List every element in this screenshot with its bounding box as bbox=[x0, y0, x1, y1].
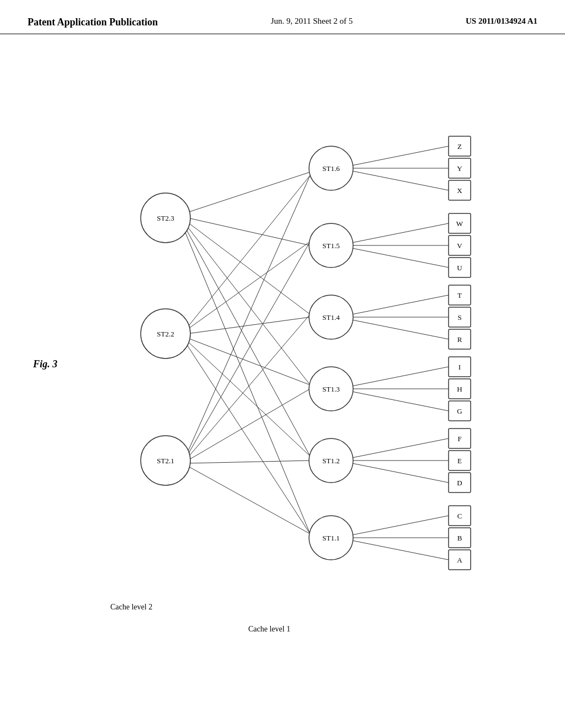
svg-line-18 bbox=[352, 146, 449, 165]
leaf-t: T bbox=[457, 291, 462, 299]
sheet-info: Jun. 9, 2011 Sheet 2 of 5 bbox=[271, 17, 353, 26]
leaf-d: D bbox=[457, 479, 462, 487]
leaf-w: W bbox=[456, 220, 463, 228]
leaf-s: S bbox=[457, 313, 461, 322]
svg-line-30 bbox=[352, 438, 449, 458]
svg-line-35 bbox=[352, 540, 449, 560]
publication-title: Patent Application Publication bbox=[28, 17, 158, 28]
leaf-g: G bbox=[457, 407, 462, 415]
leaf-a: A bbox=[457, 556, 462, 564]
svg-line-6 bbox=[188, 175, 310, 327]
svg-line-4 bbox=[185, 228, 310, 456]
svg-line-24 bbox=[352, 295, 449, 314]
svg-line-27 bbox=[352, 367, 449, 386]
svg-line-29 bbox=[352, 392, 449, 411]
svg-line-23 bbox=[352, 248, 449, 267]
node-st16-label: ST1.6 bbox=[322, 164, 340, 173]
node-st14-label: ST1.4 bbox=[322, 313, 340, 322]
node-st22-label: ST2.2 bbox=[157, 330, 174, 338]
leaf-h: H bbox=[457, 385, 462, 393]
page-header: Patent Application Publication Jun. 9, 2… bbox=[0, 0, 565, 34]
svg-line-14 bbox=[188, 314, 310, 458]
svg-line-8 bbox=[188, 317, 310, 334]
leaf-b: B bbox=[457, 534, 462, 542]
svg-line-20 bbox=[352, 171, 449, 190]
leaf-e: E bbox=[457, 457, 462, 465]
svg-line-16 bbox=[188, 461, 310, 463]
leaf-y: Y bbox=[457, 164, 462, 173]
node-st23-label: ST2.3 bbox=[157, 214, 174, 222]
svg-line-1 bbox=[188, 218, 310, 245]
node-st15-label: ST1.5 bbox=[322, 242, 339, 250]
svg-line-5 bbox=[184, 230, 310, 534]
leaf-v: V bbox=[457, 242, 462, 250]
svg-line-0 bbox=[188, 172, 310, 212]
leaf-c: C bbox=[457, 512, 462, 520]
diagram: ST2.3 ST2.2 ST2.1 ST1.6 ST1.5 ST1.4 ST1.… bbox=[44, 83, 524, 689]
svg-line-17 bbox=[188, 466, 310, 534]
svg-line-7 bbox=[188, 242, 310, 329]
svg-line-2 bbox=[188, 222, 310, 314]
svg-line-33 bbox=[352, 516, 449, 535]
node-st21-label: ST2.1 bbox=[157, 457, 174, 465]
node-st12-label: ST1.2 bbox=[322, 457, 339, 465]
leaf-z: Z bbox=[457, 142, 462, 151]
cache-level-1-label: Cache level 1 bbox=[248, 625, 290, 633]
leaf-u: U bbox=[457, 264, 462, 272]
patent-number: US 2011/0134924 A1 bbox=[466, 17, 537, 26]
svg-line-32 bbox=[352, 463, 449, 483]
svg-line-15 bbox=[188, 389, 310, 461]
cache-level-2-label: Cache level 2 bbox=[110, 603, 152, 611]
svg-line-26 bbox=[352, 320, 449, 339]
leaf-f: F bbox=[457, 435, 461, 443]
svg-line-21 bbox=[352, 223, 449, 243]
leaf-x: X bbox=[457, 186, 462, 195]
leaf-r: R bbox=[457, 335, 462, 344]
leaf-i: I bbox=[459, 363, 461, 371]
node-st11-label: ST1.1 bbox=[322, 534, 339, 542]
svg-line-12 bbox=[188, 175, 310, 452]
node-st13-label: ST1.3 bbox=[322, 385, 339, 393]
